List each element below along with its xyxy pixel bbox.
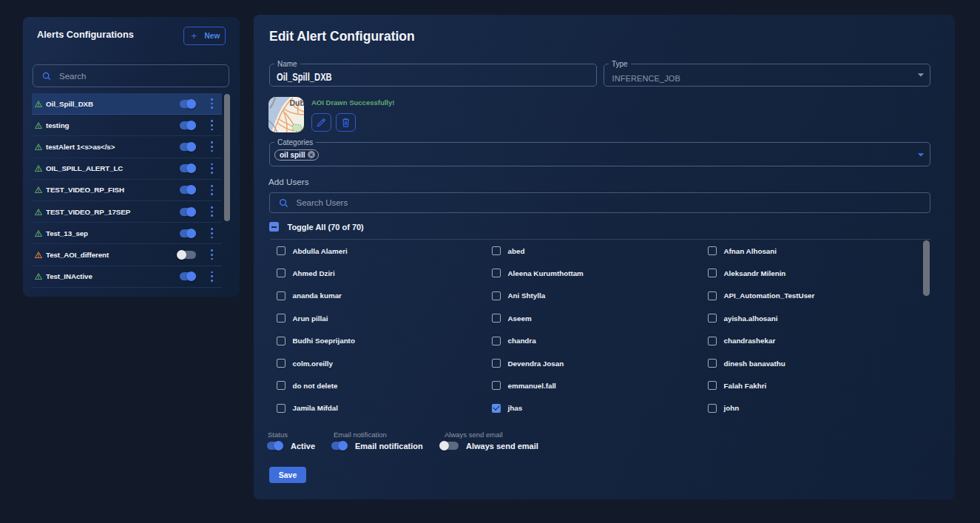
svg-text:Dub: Dub bbox=[290, 98, 305, 107]
